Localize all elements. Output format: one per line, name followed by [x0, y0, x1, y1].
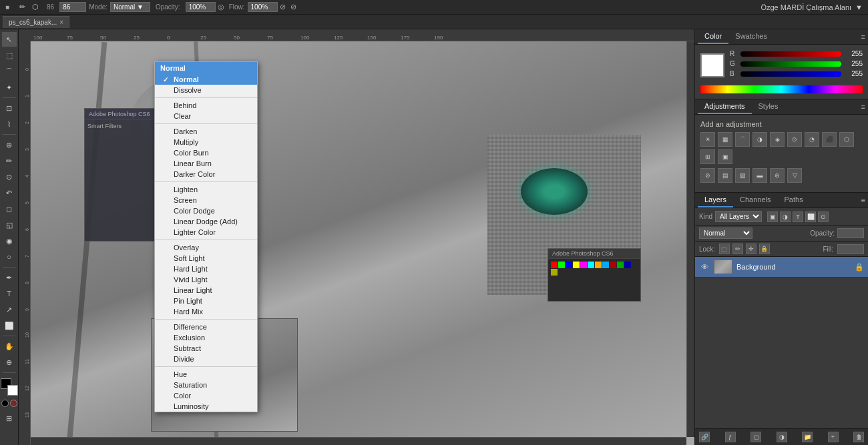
- layers-blend-select[interactable]: Normal: [699, 228, 752, 239]
- blend-item-saturation[interactable]: Saturation: [155, 380, 257, 390]
- blend-item-clear[interactable]: Clear: [155, 111, 257, 121]
- blend-item-color[interactable]: Color: [155, 390, 257, 401]
- filter-shape-icon[interactable]: ⬜: [805, 211, 816, 222]
- gradient-tool[interactable]: ◱: [2, 217, 17, 232]
- thresh-adj-icon[interactable]: ▧: [735, 168, 750, 183]
- gradmap-adj-icon[interactable]: ▬: [752, 168, 767, 183]
- blend-item-divide[interactable]: Divide: [155, 354, 257, 364]
- color-swatch-fg[interactable]: [700, 53, 724, 77]
- tab-swatches[interactable]: Swatches: [728, 29, 774, 44]
- spot-heal-tool[interactable]: ⊕: [2, 137, 17, 152]
- filter-pixel-icon[interactable]: ▣: [767, 211, 778, 222]
- blend-item-soft-light[interactable]: Soft Light: [155, 253, 257, 264]
- screen-mode-button[interactable]: ⊞: [2, 411, 17, 426]
- path-select-tool[interactable]: ↗: [2, 302, 17, 317]
- color-spectrum-bar[interactable]: [700, 85, 863, 93]
- workspace-expand-icon[interactable]: ▼: [855, 3, 863, 11]
- lock-all-icon[interactable]: 🔒: [759, 244, 770, 254]
- poster-adj-icon[interactable]: ▤: [718, 168, 732, 183]
- horizontal-scrollbar[interactable]: [31, 437, 686, 445]
- blend-mode-dropdown[interactable]: Normal ✓ Normal Dissolve Behind: [154, 61, 258, 412]
- filter-type-icon[interactable]: T: [793, 211, 803, 222]
- standard-mode-icon[interactable]: [1, 400, 9, 407]
- tab-layers[interactable]: Layers: [698, 193, 733, 207]
- colorlook-adj-icon[interactable]: ▣: [718, 149, 732, 164]
- blend-item-color-burn[interactable]: Color Burn: [155, 147, 257, 158]
- flow-input[interactable]: 100%: [248, 2, 278, 12]
- magic-wand-tool[interactable]: ✦: [2, 80, 17, 95]
- kind-select[interactable]: All Layers: [715, 211, 762, 222]
- chanmix-adj-icon[interactable]: ⊞: [700, 149, 715, 164]
- new-group-icon[interactable]: 📁: [802, 432, 813, 442]
- r-slider[interactable]: [740, 51, 841, 57]
- tab-adjustments[interactable]: Adjustments: [698, 99, 752, 114]
- layer-row-background[interactable]: 👁 Background 🔒: [695, 257, 868, 278]
- levels-adj-icon[interactable]: ▦: [718, 132, 732, 147]
- new-layer-icon[interactable]: +: [828, 432, 839, 442]
- eraser-tool[interactable]: ◻: [2, 201, 17, 216]
- dodge-tool[interactable]: ○: [2, 250, 17, 264]
- quick-mask-icon[interactable]: [10, 400, 17, 407]
- opacity-input[interactable]: 100%: [837, 228, 864, 238]
- lock-position-icon[interactable]: ✛: [746, 244, 756, 254]
- exposure-adj-icon[interactable]: ◑: [752, 132, 767, 147]
- crop-tool[interactable]: ⊡: [2, 101, 17, 115]
- type-tool[interactable]: T: [2, 286, 17, 301]
- opacity-input[interactable]: 100%: [186, 2, 216, 12]
- invert-adj-icon[interactable]: ⊘: [700, 168, 715, 183]
- hsl-adj-icon[interactable]: ⊙: [787, 132, 802, 147]
- curves-adj-icon[interactable]: ⌒: [735, 132, 750, 147]
- filter-adj-icon[interactable]: ◑: [780, 211, 791, 222]
- brush-size-dropdown[interactable]: 86: [59, 2, 86, 12]
- brush-tool[interactable]: ✏: [2, 153, 17, 168]
- blend-item-difference[interactable]: Difference: [155, 322, 257, 332]
- colorbal-adj-icon[interactable]: ◔: [805, 132, 819, 147]
- vertical-scrollbar[interactable]: [686, 41, 694, 437]
- tab-channels[interactable]: Channels: [733, 193, 777, 207]
- add-layer-style-icon[interactable]: ƒ: [725, 432, 736, 442]
- blend-item-hue[interactable]: Hue: [155, 369, 257, 380]
- background-color[interactable]: [7, 385, 18, 396]
- blend-item-subtract[interactable]: Subtract: [155, 343, 257, 354]
- layer-visibility-icon[interactable]: 👁: [699, 262, 710, 272]
- add-mask-icon[interactable]: ◻: [750, 432, 761, 442]
- lock-pixels-icon[interactable]: ✏: [732, 244, 743, 254]
- layer-link-icon[interactable]: 🔗: [699, 432, 710, 442]
- zoom-tool[interactable]: ⊕: [2, 355, 17, 370]
- blend-item-darker-color[interactable]: Darker Color: [155, 169, 257, 179]
- blend-item-linear-burn[interactable]: Linear Burn: [155, 158, 257, 169]
- photofil-adj-icon[interactable]: ⬡: [839, 132, 854, 147]
- blend-item-hard-light[interactable]: Hard Light: [155, 264, 257, 274]
- blend-item-dissolve[interactable]: Dissolve: [155, 85, 257, 95]
- clone-stamp-tool[interactable]: ⊙: [2, 169, 17, 184]
- filter-smart-icon[interactable]: ⊙: [818, 211, 829, 222]
- hand-tool[interactable]: ✋: [2, 339, 17, 354]
- fill-input[interactable]: 100%: [837, 244, 864, 254]
- bw-adj-icon[interactable]: ⬛: [822, 132, 837, 147]
- blur-tool[interactable]: ◉: [2, 234, 17, 248]
- selcol-adj-icon[interactable]: ⊛: [770, 168, 785, 183]
- adj-panel-expand-icon[interactable]: ≡: [861, 103, 865, 111]
- g-slider[interactable]: [740, 61, 841, 67]
- color-swatches[interactable]: [1, 378, 18, 396]
- blend-item-lighter-color[interactable]: Lighter Color: [155, 227, 257, 238]
- color-panel-expand-icon[interactable]: ≡: [861, 33, 865, 41]
- lasso-tool[interactable]: ⌒: [2, 64, 17, 79]
- blend-item-behind[interactable]: Behind: [155, 100, 257, 111]
- triangle-adj-icon[interactable]: ▽: [787, 168, 802, 183]
- brightness-adj-icon[interactable]: ☀: [700, 132, 715, 147]
- blend-item-screen[interactable]: Screen: [155, 195, 257, 205]
- document-tab[interactable]: ps_cs6_kapak... ×: [3, 16, 69, 28]
- blend-item-overlay[interactable]: Overlay: [155, 242, 257, 253]
- blend-item-color-dodge[interactable]: Color Dodge: [155, 205, 257, 216]
- b-slider[interactable]: [740, 71, 841, 77]
- shape-tool[interactable]: ⬜: [2, 318, 17, 333]
- blend-item-darken[interactable]: Darken: [155, 126, 257, 137]
- delete-layer-icon[interactable]: 🗑: [853, 432, 864, 442]
- blend-item-hard-mix[interactable]: Hard Mix: [155, 306, 257, 317]
- blend-item-pin-light[interactable]: Pin Light: [155, 296, 257, 306]
- blend-item-vivid-light[interactable]: Vivid Light: [155, 274, 257, 285]
- tab-color[interactable]: Color: [698, 29, 728, 44]
- add-adj-layer-icon[interactable]: ◑: [777, 432, 787, 442]
- blend-item-linear-light[interactable]: Linear Light: [155, 285, 257, 296]
